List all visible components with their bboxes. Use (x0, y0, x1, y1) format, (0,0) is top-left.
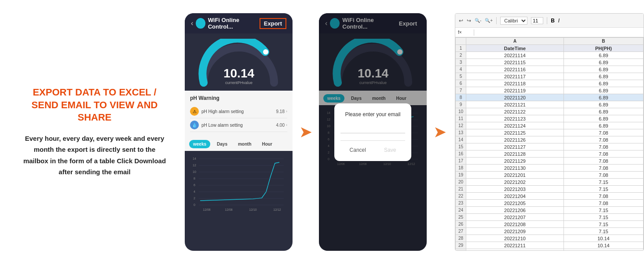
cell-date[interactable]: 20221208 (466, 221, 564, 228)
tab-weeks[interactable]: weeks (189, 140, 210, 148)
cell-value[interactable]: 7.15 (564, 207, 643, 214)
col-b-header[interactable]: B (564, 38, 643, 45)
cell-value[interactable]: 7.15 (564, 179, 643, 186)
italic-button[interactable]: I (558, 18, 560, 24)
table-row[interactable]: 4202211166.89 (456, 66, 644, 73)
table-row[interactable]: 14202211267.08 (456, 136, 644, 143)
cell-date[interactable]: 20221121 (466, 101, 564, 108)
cell-value[interactable]: 6.89 (564, 80, 643, 87)
cell-date[interactable]: 20221125 (466, 129, 564, 136)
table-row[interactable]: 25202212077.15 (456, 214, 644, 221)
cell-value[interactable]: 10.14 (564, 242, 643, 249)
cell-value[interactable]: 10.14 (564, 235, 643, 242)
cell-value[interactable]: 7.15 (564, 214, 643, 221)
table-row[interactable]: 6202211186.89 (456, 80, 644, 87)
cell-date[interactable]: 20221124 (466, 122, 564, 129)
table-row[interactable]: 9202211216.89 (456, 101, 644, 108)
table-row[interactable]: 10202211226.89 (456, 108, 644, 115)
excel-grid[interactable]: A B 1DateTimePH(PH)2202211146.8932022111… (455, 37, 644, 250)
tab-hour[interactable]: Hour (258, 140, 276, 148)
cell-date[interactable]: 20221202 (466, 179, 564, 186)
cell-value[interactable]: 7.08 (564, 129, 643, 136)
cell-date[interactable]: 20221123 (466, 115, 564, 122)
table-row[interactable]: 20202212027.15 (456, 179, 644, 186)
cell-date[interactable]: 20221203 (466, 186, 564, 193)
cell-date[interactable]: 20221117 (466, 73, 564, 80)
table-row[interactable]: 3202211156.89 (456, 59, 644, 66)
cell-value[interactable]: 6.89 (564, 87, 643, 94)
cell-date[interactable]: 20221128 (466, 150, 564, 158)
table-row[interactable]: 8202211206.89 (456, 94, 644, 101)
cell-value[interactable]: 6.89 (564, 59, 643, 66)
table-row[interactable]: 27202212097.15 (456, 228, 644, 235)
phone1-warning-high[interactable]: ⚠ pH High alarm setting 9.18› (190, 105, 287, 118)
cell-value[interactable]: 6.89 (564, 94, 643, 101)
table-row[interactable]: 17202211297.08 (456, 158, 644, 165)
cell-date[interactable]: 20221115 (466, 59, 564, 66)
cell-value[interactable]: 6.89 (564, 66, 643, 73)
redo-icon[interactable]: ↪ (467, 18, 471, 24)
font-selector[interactable]: Calibri (500, 17, 527, 25)
cell-date[interactable]: 20221204 (466, 193, 564, 200)
cell-date[interactable]: 20221201 (466, 172, 564, 179)
table-row[interactable]: 13202211257.08 (456, 129, 644, 136)
cell-value[interactable]: 6.89 (564, 101, 643, 108)
cell-date[interactable]: 20221211 (466, 242, 564, 249)
cell-value[interactable]: PH(PH) (564, 45, 643, 52)
cell-date[interactable]: 20221209 (466, 228, 564, 235)
bold-button[interactable]: B (551, 18, 555, 24)
table-row[interactable]: 302022121210.14 (456, 249, 644, 251)
tab-days[interactable]: Days (213, 140, 231, 148)
table-row[interactable]: 22202212047.08 (456, 193, 644, 200)
cell-date[interactable]: DateTime (466, 45, 564, 52)
cell-value[interactable]: 7.08 (564, 193, 643, 200)
col-a-header[interactable]: A (466, 38, 564, 45)
phone1-export-button[interactable]: Export (260, 18, 286, 29)
cell-date[interactable]: 20221114 (466, 52, 564, 59)
cell-date[interactable]: 20221207 (466, 214, 564, 221)
font-size-input[interactable] (531, 17, 543, 24)
table-row[interactable]: 16202211287.08 (456, 150, 644, 158)
table-row[interactable]: 11202211236.89 (456, 115, 644, 122)
phone1-warning-low[interactable]: 💧 pH Low alarm setting 4.00› (190, 118, 287, 132)
table-row[interactable]: 24202212067.15 (456, 207, 644, 214)
cell-value[interactable]: 10.14 (564, 249, 643, 251)
cell-value[interactable]: 7.08 (564, 172, 643, 179)
table-row[interactable]: 12202211246.89 (456, 122, 644, 129)
cell-value[interactable]: 7.08 (564, 158, 643, 165)
cell-value[interactable]: 7.15 (564, 221, 643, 228)
cell-value[interactable]: 7.08 (564, 150, 643, 158)
table-row[interactable]: 19202212017.08 (456, 172, 644, 179)
cell-value[interactable]: 7.15 (564, 228, 643, 235)
table-row[interactable]: 21202212037.15 (456, 186, 644, 193)
table-row[interactable]: 5202211176.89 (456, 73, 644, 80)
cell-value[interactable]: 7.08 (564, 143, 643, 150)
cell-date[interactable]: 20221127 (466, 143, 564, 150)
cell-date[interactable]: 20221206 (466, 207, 564, 214)
cell-value[interactable]: 6.89 (564, 73, 643, 80)
cell-date[interactable]: 20221116 (466, 66, 564, 73)
zoom-in-icon[interactable]: 🔍+ (485, 18, 493, 23)
cell-date[interactable]: 20221126 (466, 136, 564, 143)
cell-value[interactable]: 6.89 (564, 108, 643, 115)
cell-value[interactable]: 7.08 (564, 165, 643, 172)
cell-value[interactable]: 6.89 (564, 52, 643, 59)
table-row[interactable]: 26202212087.15 (456, 221, 644, 228)
cancel-button[interactable]: Cancel (343, 145, 373, 155)
cell-date[interactable]: 20221120 (466, 94, 564, 101)
email-input[interactable] (340, 125, 405, 133)
tab-month[interactable]: month (234, 140, 256, 148)
table-row[interactable]: 15202211277.08 (456, 143, 644, 150)
save-button[interactable]: Save (377, 145, 403, 155)
table-row[interactable]: 2202211146.89 (456, 52, 644, 59)
cell-date[interactable]: 20221118 (466, 80, 564, 87)
cell-date[interactable]: 20221212 (466, 249, 564, 251)
back-arrow-icon[interactable]: ‹ (191, 19, 193, 27)
cell-value[interactable]: 6.89 (564, 115, 643, 122)
cell-date[interactable]: 20221122 (466, 108, 564, 115)
table-row[interactable]: 7202211196.89 (456, 87, 644, 94)
cell-date[interactable]: 20221119 (466, 87, 564, 94)
cell-date[interactable]: 20221205 (466, 200, 564, 207)
table-row[interactable]: 282022121010.14 (456, 235, 644, 242)
cell-value[interactable]: 7.15 (564, 186, 643, 193)
